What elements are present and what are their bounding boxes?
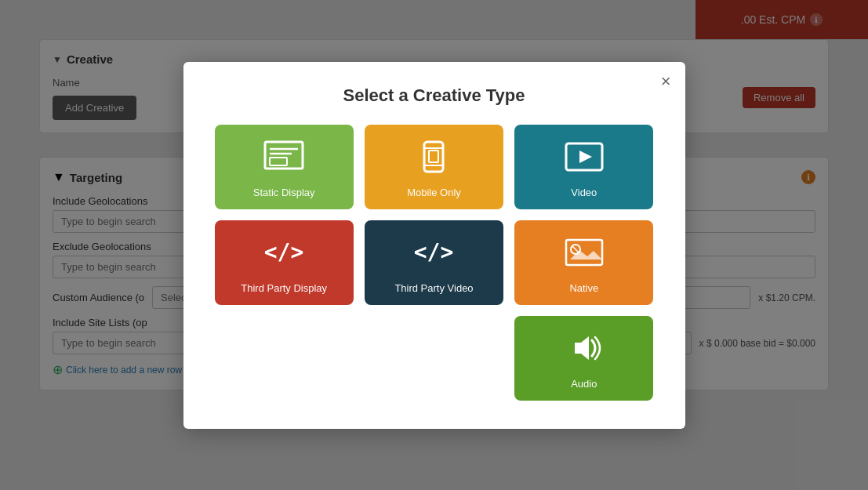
- svg-marker-9: [579, 151, 592, 163]
- static-display-icon: [263, 140, 304, 180]
- svg-marker-15: [570, 250, 602, 260]
- svg-rect-4: [424, 142, 443, 172]
- third-party-display-label: Third Party Display: [241, 282, 327, 294]
- creative-type-grid: Static Display Mobile Only: [215, 125, 654, 401]
- video-icon: [564, 140, 605, 180]
- video-label: Video: [571, 187, 597, 198]
- svg-rect-7: [429, 151, 438, 162]
- modal-overlay[interactable]: × Select a Creative Type Static Display: [0, 0, 868, 490]
- modal-title: Select a Creative Type: [215, 85, 654, 106]
- mobile-only-label: Mobile Only: [407, 187, 461, 198]
- third-party-video-label: Third Party Video: [394, 282, 473, 294]
- svg-text:</>: </>: [264, 239, 304, 265]
- creative-tile-video[interactable]: Video: [514, 125, 653, 209]
- creative-type-modal: × Select a Creative Type Static Display: [183, 62, 685, 429]
- svg-text:</>: </>: [414, 239, 454, 265]
- svg-rect-3: [270, 158, 287, 165]
- svg-line-14: [572, 246, 579, 252]
- native-label: Native: [569, 282, 598, 294]
- svg-rect-0: [265, 142, 303, 169]
- audio-label: Audio: [571, 378, 597, 390]
- creative-tile-audio[interactable]: Audio: [514, 316, 653, 401]
- mobile-only-icon: [413, 140, 454, 180]
- creative-tile-mobile-only[interactable]: Mobile Only: [365, 125, 503, 209]
- third-party-display-icon: </>: [263, 236, 304, 276]
- creative-tile-third-party-video[interactable]: </> Third Party Video: [365, 220, 503, 305]
- creative-tile-static-display[interactable]: Static Display: [215, 125, 354, 209]
- creative-tile-native[interactable]: Native: [514, 220, 653, 305]
- native-icon: [564, 236, 605, 276]
- third-party-video-icon: </>: [413, 236, 454, 276]
- creative-tile-third-party-display[interactable]: </> Third Party Display: [215, 220, 354, 305]
- modal-close-button[interactable]: ×: [661, 73, 671, 90]
- svg-marker-16: [575, 336, 589, 360]
- static-display-label: Static Display: [253, 187, 315, 198]
- audio-icon: [564, 332, 605, 372]
